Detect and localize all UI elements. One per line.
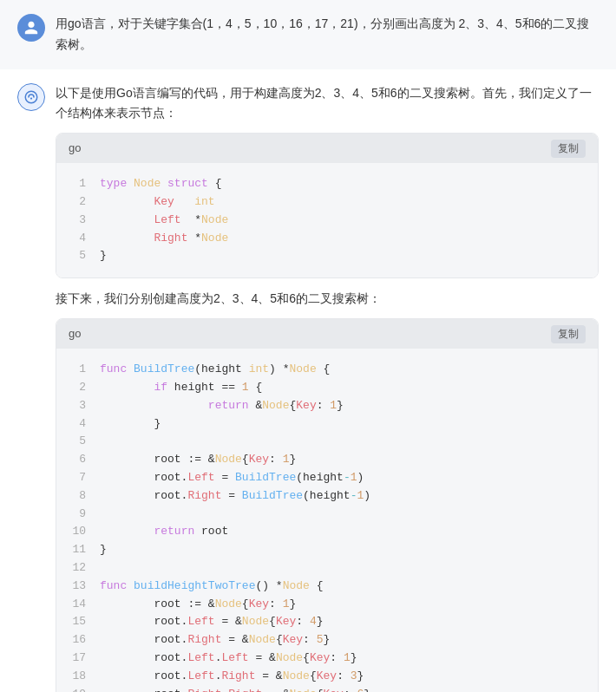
svg-point-1 [30,97,32,99]
code-block-2: go 复制 1func BuildTree(height int) *Node … [56,318,599,692]
code-lang-1: go [69,139,81,158]
assistant-middle-text: 接下来，我们分别创建高度为2、3、4、5和6的二叉搜索树： [56,289,599,310]
assistant-message-block: 以下是使用Go语言编写的代码，用于构建高度为2、3、4、5和6的二叉搜索树。首先… [0,69,616,692]
code-content-1: 1type Node struct {2 Key int3 Left *Node… [70,175,584,265]
code-block-2-header: go 复制 [56,319,598,349]
copy-button-2[interactable]: 复制 [551,325,586,343]
user-avatar [17,14,45,42]
assistant-avatar [17,83,45,111]
code-lang-2: go [69,324,81,343]
code-block-1: go 复制 1type Node struct {2 Key int3 Left… [56,133,599,278]
code-content-2: 1func BuildTree(height int) *Node {2 if … [70,361,584,692]
code-pre-1: 1type Node struct {2 Key int3 Left *Node… [56,163,598,277]
copy-button-1[interactable]: 复制 [551,140,586,158]
code-pre-2: 1func BuildTree(height int) *Node {2 if … [56,349,598,692]
code-block-1-header: go 复制 [56,134,598,163]
assistant-intro-text: 以下是使用Go语言编写的代码，用于构建高度为2、3、4、5和6的二叉搜索树。首先… [56,83,599,125]
assistant-message-content: 以下是使用Go语言编写的代码，用于构建高度为2、3、4、5和6的二叉搜索树。首先… [56,83,599,692]
chat-container: 用go语言，对于关键字集合(1，4，5，10，16，17，21)，分别画出高度为… [0,0,616,692]
user-message-block: 用go语言，对于关键字集合(1，4，5，10，16，17，21)，分别画出高度为… [0,0,616,69]
user-message-content: 用go语言，对于关键字集合(1，4，5，10，16，17，21)，分别画出高度为… [56,14,599,55]
user-message-text: 用go语言，对于关键字集合(1，4，5，10，16，17，21)，分别画出高度为… [56,16,589,51]
svg-point-0 [25,91,37,103]
